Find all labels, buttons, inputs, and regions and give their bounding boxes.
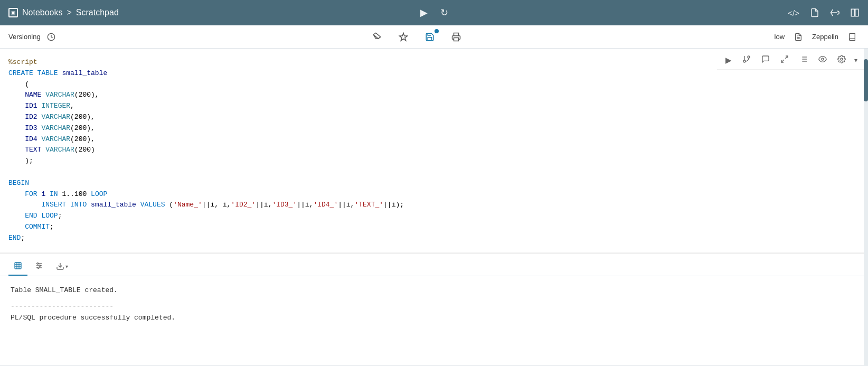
- breadcrumb-notebooks[interactable]: Notebooks: [22, 8, 63, 17]
- code-editor[interactable]: %script CREATE TABLE small_table ( NAME …: [0, 49, 868, 252]
- results-content: Table SMALL_TABLE created. -------------…: [0, 276, 868, 332]
- second-toolbar: Versioning: [0, 25, 868, 49]
- results-tabs: ▾: [0, 254, 868, 276]
- zeppelin-book-button[interactable]: [845, 31, 860, 43]
- cell-expand-button[interactable]: [778, 54, 791, 66]
- cell-list-button[interactable]: [797, 54, 810, 66]
- svg-point-18: [822, 58, 824, 60]
- breadcrumb-separator: >: [67, 8, 72, 17]
- result-divider: -------------------------: [11, 301, 857, 312]
- low-label: low: [775, 33, 785, 41]
- versioning-clock-button[interactable]: [44, 31, 59, 43]
- zeppelin-label: Zeppelin: [812, 33, 838, 41]
- svg-rect-0: [851, 9, 854, 16]
- scrollbar-track[interactable]: [864, 49, 868, 366]
- cell-eye-button[interactable]: [816, 54, 829, 66]
- low-settings-button[interactable]: [791, 31, 806, 43]
- save-button[interactable]: [422, 30, 438, 44]
- document-button[interactable]: [810, 8, 819, 17]
- svg-point-19: [841, 58, 843, 60]
- breadcrumb: ▣ Notebooks > Scratchpad: [8, 8, 420, 17]
- svg-rect-1: [855, 9, 858, 16]
- layout-button[interactable]: [850, 8, 860, 17]
- refresh-button[interactable]: ↻: [440, 7, 448, 18]
- cell-run-button[interactable]: ▶: [723, 54, 734, 66]
- print-button[interactable]: [448, 30, 464, 44]
- cell-comment-button[interactable]: [759, 54, 772, 66]
- code-view-button[interactable]: </>: [788, 8, 799, 17]
- top-header: ▣ Notebooks > Scratchpad ▶ ↻ </>: [0, 0, 868, 25]
- svg-point-30: [37, 267, 39, 268]
- svg-point-28: [37, 262, 39, 264]
- code-cell: ▶: [0, 49, 868, 366]
- toolbar-center-actions: [369, 30, 464, 44]
- share-button[interactable]: [830, 8, 839, 17]
- svg-line-10: [785, 56, 788, 59]
- versioning-label: Versioning: [8, 33, 41, 41]
- results-area: ▾ Table SMALL_TABLE created. -----------…: [0, 252, 868, 365]
- scrollbar-thumb[interactable]: [864, 59, 868, 101]
- results-tab-settings[interactable]: [30, 258, 49, 276]
- header-right-actions: </>: [448, 8, 860, 17]
- magic-button[interactable]: [395, 30, 411, 44]
- svg-rect-4: [454, 37, 458, 41]
- results-tab-table[interactable]: [8, 258, 27, 276]
- svg-rect-20: [15, 262, 21, 269]
- cell-branch-button[interactable]: [740, 54, 753, 66]
- breadcrumb-scratchpad: Scratchpad: [76, 8, 119, 17]
- result-line-1: Table SMALL_TABLE created.: [11, 285, 857, 296]
- notebook-icon: ▣: [8, 8, 18, 17]
- header-center-actions: ▶ ↻: [420, 7, 448, 18]
- toolbar-right-info: low Zeppelin: [775, 31, 860, 43]
- erase-button[interactable]: [369, 30, 385, 44]
- cell-toolbar: ▶: [717, 51, 864, 70]
- run-button[interactable]: ▶: [420, 7, 428, 18]
- versioning-section: Versioning: [8, 31, 59, 43]
- results-tab-download[interactable]: ▾: [51, 259, 73, 275]
- cell-settings-button[interactable]: [835, 54, 848, 66]
- svg-line-11: [781, 60, 784, 62]
- svg-point-29: [39, 265, 41, 266]
- svg-point-9: [743, 60, 746, 62]
- svg-point-8: [748, 56, 750, 58]
- main-content: ▶: [0, 49, 868, 366]
- result-line-2: PL/SQL procedure successfully completed.: [11, 312, 857, 324]
